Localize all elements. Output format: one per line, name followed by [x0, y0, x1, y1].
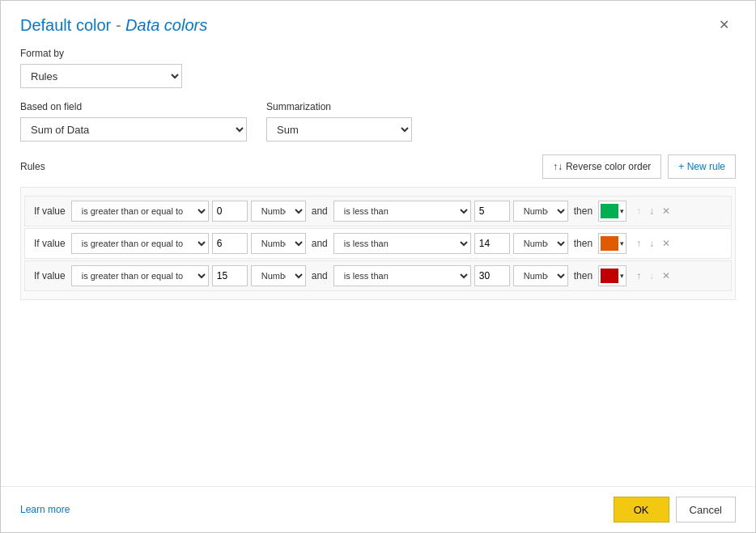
format-by-section: Format by Rules Gradient Field value [20, 48, 736, 88]
type-select-1b[interactable]: Number Percent Percentile [513, 201, 568, 222]
dialog-footer: Learn more OK Cancel [1, 486, 755, 532]
fields-row: Based on field Sum of Data Summarization… [20, 101, 736, 142]
move-down-button-3[interactable]: ↓ [646, 269, 657, 283]
color-chevron-2: ▾ [620, 239, 624, 247]
if-value-label-3: If value [32, 270, 68, 281]
condition-select-2[interactable]: is greater than or equal to is greater t… [71, 233, 209, 254]
new-rule-button[interactable]: + New rule [668, 154, 736, 179]
value-input-3a[interactable] [212, 265, 248, 286]
dialog-title: Default color - Data colors [20, 16, 207, 35]
format-by-select[interactable]: Rules Gradient Field value [20, 64, 182, 88]
then-label-2: then [571, 238, 595, 249]
color-button-2[interactable]: ▾ [598, 233, 626, 254]
color-chevron-1: ▾ [620, 207, 624, 215]
ok-button[interactable]: OK [614, 497, 669, 522]
condition2-select-2[interactable]: is greater than or equal to is greater t… [333, 233, 471, 254]
learn-more-link[interactable]: Learn more [20, 504, 70, 515]
cancel-button[interactable]: Cancel [676, 497, 736, 522]
then-label-1: then [571, 205, 595, 217]
condition-select-3[interactable]: is greater than or equal to is greater t… [71, 265, 209, 286]
table-row: If value is greater than or equal to is … [24, 260, 732, 291]
color-swatch-1 [601, 204, 618, 218]
move-up-button-2[interactable]: ↑ [633, 236, 644, 251]
based-on-field-select[interactable]: Sum of Data [20, 117, 247, 142]
new-rule-label: + New rule [678, 161, 725, 172]
based-on-field-group: Based on field Sum of Data [20, 101, 247, 142]
condition-select-1[interactable]: is greater than or equal to is greater t… [71, 201, 209, 222]
delete-button-2[interactable]: ✕ [659, 236, 673, 251]
move-down-button-1[interactable]: ↓ [646, 204, 657, 218]
if-value-label-2: If value [32, 238, 68, 249]
and-label-3: and [309, 270, 330, 281]
table-row: If value is greater than or equal to is … [24, 196, 732, 226]
reverse-color-order-label: Reverse color order [566, 161, 651, 172]
rules-area: If value is greater than or equal to is … [20, 187, 736, 300]
condition2-select-3[interactable]: is greater than or equal to is greater t… [333, 265, 471, 286]
title-main: Default color [20, 16, 111, 34]
type-select-1a[interactable]: Number Percent Percentile [251, 201, 306, 222]
reverse-color-order-button[interactable]: ↑↓ Reverse color order [542, 154, 661, 179]
based-on-field-label: Based on field [20, 101, 247, 112]
dialog-body: Format by Rules Gradient Field value Bas… [1, 35, 755, 486]
move-up-button-3[interactable]: ↑ [633, 269, 644, 283]
color-button-3[interactable]: ▾ [598, 265, 626, 286]
summarization-label: Summarization [266, 101, 412, 112]
value-input-3b[interactable] [474, 265, 510, 286]
footer-buttons: OK Cancel [614, 497, 736, 522]
color-swatch-2 [601, 236, 618, 251]
rule-actions-1: ↑ ↓ ✕ [633, 204, 673, 218]
rules-actions: ↑↓ Reverse color order + New rule [542, 154, 736, 179]
condition2-select-1[interactable]: is greater than or equal to is greater t… [333, 201, 471, 222]
and-label-1: and [309, 205, 330, 217]
color-swatch-3 [601, 269, 618, 283]
rule-actions-3: ↑ ↓ ✕ [633, 269, 673, 283]
rules-header: Rules ↑↓ Reverse color order + New rule [20, 154, 736, 179]
type-select-3b[interactable]: Number Percent Percentile [513, 265, 568, 286]
table-row: If value is greater than or equal to is … [24, 228, 732, 259]
dialog: Default color - Data colors ✕ Format by … [0, 0, 756, 533]
and-label-2: and [309, 238, 330, 249]
delete-button-3[interactable]: ✕ [659, 269, 673, 283]
move-down-button-2[interactable]: ↓ [646, 236, 657, 251]
value-input-1a[interactable] [212, 201, 248, 222]
color-button-1[interactable]: ▾ [598, 201, 626, 222]
summarization-select[interactable]: Sum Average Min Max [266, 117, 412, 142]
type-select-2a[interactable]: Number Percent Percentile [251, 233, 306, 254]
type-select-2b[interactable]: Number Percent Percentile [513, 233, 568, 254]
title-italic: - Data colors [116, 16, 207, 34]
then-label-3: then [571, 270, 595, 281]
value-input-1b[interactable] [474, 201, 510, 222]
format-by-label: Format by [20, 48, 736, 59]
value-input-2b[interactable] [474, 233, 510, 254]
reverse-icon: ↑↓ [553, 161, 563, 172]
type-select-3a[interactable]: Number Percent Percentile [251, 265, 306, 286]
summarization-group: Summarization Sum Average Min Max [266, 101, 412, 142]
color-chevron-3: ▾ [620, 272, 624, 280]
delete-button-1[interactable]: ✕ [659, 204, 673, 218]
if-value-label-1: If value [32, 205, 68, 217]
rule-actions-2: ↑ ↓ ✕ [633, 236, 673, 251]
value-input-2a[interactable] [212, 233, 248, 254]
rules-label: Rules [20, 161, 45, 172]
close-button[interactable]: ✕ [712, 15, 736, 35]
move-up-button-1[interactable]: ↑ [633, 204, 644, 218]
dialog-header: Default color - Data colors ✕ [1, 1, 755, 35]
